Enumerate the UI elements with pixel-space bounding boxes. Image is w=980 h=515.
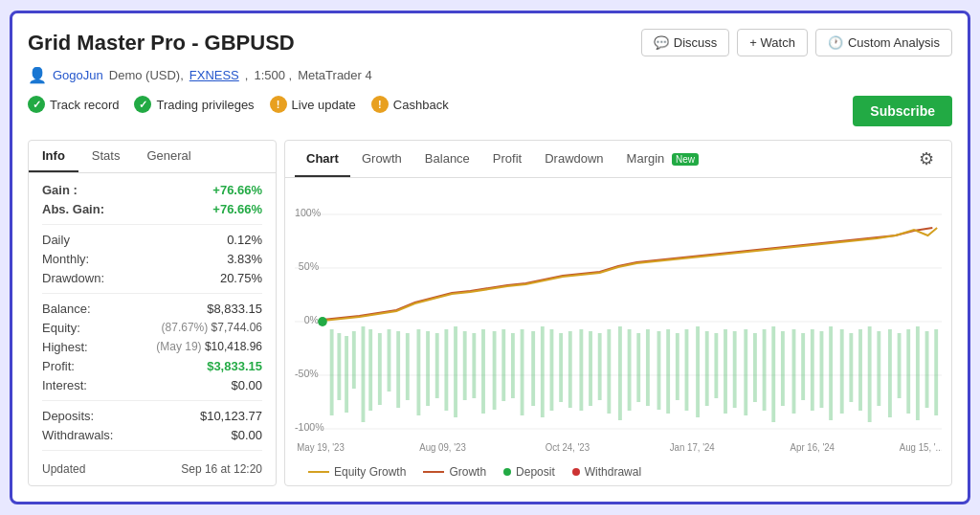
svg-rect-32 [531, 331, 535, 406]
svg-rect-65 [849, 333, 853, 402]
info-content: Gain : +76.66% Abs. Gain: +76.66% Daily … [29, 173, 276, 485]
badge-live-update: ! Live update [270, 96, 356, 113]
drawdown-row: Drawdown: 20.75% [42, 271, 262, 285]
svg-rect-43 [636, 333, 640, 402]
daily-row: Daily 0.12% [42, 233, 262, 247]
username[interactable]: GogoJun [53, 68, 103, 82]
svg-rect-20 [416, 329, 420, 415]
svg-text:Oct 24, '23: Oct 24, '23 [546, 442, 590, 453]
track-record-icon: ✓ [28, 96, 45, 113]
svg-rect-58 [781, 331, 785, 406]
legend-withdrawal: Withdrawal [572, 465, 641, 479]
subscribe-button[interactable]: Subscribe [853, 96, 952, 126]
chart-tab-growth[interactable]: Growth [350, 142, 413, 177]
deposit-dot-icon [503, 468, 511, 476]
right-panel: Chart Growth Balance Profit Drawdown Mar… [284, 140, 952, 486]
updated-row: Updated Sep 16 at 12:20 [42, 459, 262, 476]
svg-rect-38 [589, 331, 592, 406]
main-content: Info Stats General Gain : +76.66% Abs. G… [28, 140, 952, 486]
svg-rect-45 [657, 331, 661, 410]
badge-trading-privileges: ✓ Trading privileges [134, 96, 254, 113]
svg-rect-23 [444, 329, 448, 411]
svg-rect-25 [463, 331, 467, 400]
svg-rect-66 [858, 329, 862, 411]
svg-rect-52 [724, 329, 727, 414]
tab-general[interactable]: General [133, 141, 204, 172]
chart-settings-icon[interactable]: ⚙ [911, 141, 942, 177]
header-buttons: 💬 Discuss + Watch 🕐 Custom Analysis [641, 29, 952, 56]
custom-analysis-button[interactable]: 🕐 Custom Analysis [815, 29, 952, 56]
trading-privileges-icon: ✓ [134, 96, 151, 113]
legend-growth: Growth [423, 465, 486, 479]
broker-link[interactable]: FXNESS [189, 68, 239, 82]
svg-rect-33 [541, 326, 545, 417]
svg-rect-29 [501, 329, 505, 401]
svg-rect-72 [916, 326, 920, 420]
svg-rect-41 [618, 326, 622, 420]
svg-rect-71 [906, 329, 910, 414]
tab-stats[interactable]: Stats [78, 141, 134, 172]
svg-rect-22 [435, 333, 439, 398]
chart-area: 100% 50% 0% -50% -100% [285, 178, 951, 484]
profit-row: Profit: $3,833.15 [42, 359, 262, 373]
svg-text:-50%: -50% [295, 368, 319, 379]
gain-row: Gain : +76.66% [42, 183, 262, 197]
svg-rect-61 [811, 329, 814, 411]
chart-tab-chart[interactable]: Chart [295, 142, 350, 177]
svg-rect-67 [868, 326, 872, 422]
svg-rect-74 [934, 329, 938, 415]
svg-rect-24 [454, 326, 457, 417]
svg-rect-53 [733, 331, 737, 408]
svg-rect-13 [352, 331, 356, 389]
watch-button[interactable]: + Watch [737, 29, 808, 56]
svg-rect-49 [696, 326, 700, 417]
svg-text:Jan 17, '24: Jan 17, '24 [670, 442, 715, 453]
svg-rect-17 [388, 329, 391, 392]
svg-text:Aug 15, '...: Aug 15, '... [900, 442, 942, 453]
chart-tab-balance[interactable]: Balance [413, 142, 481, 177]
svg-text:50%: 50% [299, 260, 320, 272]
chart-tab-profit[interactable]: Profit [481, 142, 533, 177]
live-update-icon: ! [270, 96, 287, 113]
equity-row: Equity: (87.67%) $7,744.06 [42, 321, 262, 335]
left-panel: Info Stats General Gain : +76.66% Abs. G… [28, 140, 277, 486]
badges-row: ✓ Track record ✓ Trading privileges ! Li… [28, 96, 449, 113]
deposits-row: Deposits: $10,123.77 [42, 409, 262, 423]
withdrawal-dot-icon [572, 468, 580, 476]
svg-rect-21 [426, 331, 430, 406]
svg-rect-51 [714, 333, 718, 398]
chart-tab-drawdown[interactable]: Drawdown [533, 142, 614, 177]
svg-rect-70 [898, 333, 902, 398]
svg-rect-60 [801, 333, 805, 400]
tab-info[interactable]: Info [29, 141, 78, 172]
svg-text:May 19, '23: May 19, '23 [297, 442, 345, 453]
svg-rect-12 [345, 336, 348, 413]
chart-tab-margin[interactable]: Margin New [615, 142, 710, 177]
chart-svg: 100% 50% 0% -50% -100% [295, 188, 942, 456]
svg-text:-100%: -100% [295, 421, 324, 433]
svg-rect-54 [744, 329, 747, 415]
svg-rect-31 [521, 329, 524, 415]
svg-rect-11 [337, 333, 341, 400]
svg-rect-55 [753, 333, 757, 402]
svg-rect-28 [493, 331, 497, 410]
chart-legend: Equity Growth Growth Deposit Withdrawal [295, 459, 942, 484]
withdrawals-row: Withdrawals: $0.00 [42, 428, 262, 442]
svg-rect-10 [330, 329, 334, 415]
cashback-icon: ! [371, 96, 389, 113]
platform: MetaTrader 4 [298, 68, 372, 82]
margin-new-badge: New [672, 153, 699, 166]
svg-rect-40 [607, 329, 611, 414]
svg-rect-18 [396, 331, 400, 408]
svg-text:0%: 0% [304, 314, 320, 325]
subtitle: 👤 GogoJun Demo (USD), FXNESS , 1:500 , M… [28, 66, 952, 84]
svg-point-75 [318, 317, 327, 326]
svg-rect-16 [378, 333, 382, 405]
interest-row: Interest: $0.00 [42, 378, 262, 392]
svg-rect-27 [481, 329, 485, 414]
svg-rect-37 [579, 329, 583, 411]
abs-gain-row: Abs. Gain: +76.66% [42, 202, 262, 216]
page-title: Grid Master Pro - GBPUSD [28, 31, 295, 56]
discuss-button[interactable]: 💬 Discuss [641, 29, 730, 56]
svg-rect-26 [472, 333, 476, 398]
